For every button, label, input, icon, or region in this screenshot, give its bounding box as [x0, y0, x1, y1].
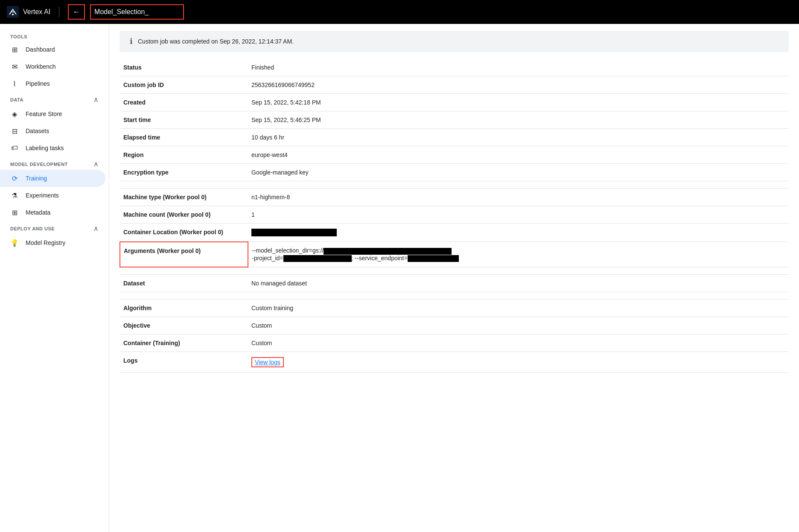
deploy-section-header: DEPLOY AND USE ∧ [0, 221, 109, 234]
sidebar: TOOLS ⊞ Dashboard ✉ Workbench ⌇ Pipeline… [0, 24, 109, 532]
row-value: Custom training [248, 299, 789, 317]
model-dev-section-label: MODEL DEVELOPMENT [10, 162, 68, 167]
model-dev-chevron[interactable]: ∧ [93, 160, 99, 168]
sidebar-item-model-registry[interactable]: 💡 Model Registry [0, 234, 105, 251]
info-banner: ℹ Custom job was completed on Sep 26, 20… [120, 31, 789, 52]
spacer-row [120, 181, 789, 189]
sidebar-item-training[interactable]: ⟳ Training [0, 170, 105, 187]
spacer-row [120, 292, 789, 299]
data-section-header: DATA ∧ [0, 92, 109, 105]
row-label: Logs [120, 352, 248, 373]
model-dev-section-header: MODEL DEVELOPMENT ∧ [0, 157, 109, 170]
labeling-tasks-icon: 🏷 [10, 144, 19, 152]
sidebar-item-label: Labeling tasks [26, 145, 64, 151]
row-label: Container (Training) [120, 334, 248, 352]
args-prefix: --model_selection_dir [252, 247, 309, 254]
args-line-2: -project_id= ; --service_endpoint= [252, 255, 785, 262]
table-row: Status Finished [120, 59, 789, 76]
deploy-chevron[interactable]: ∧ [93, 224, 99, 233]
row-label: Algorithm [120, 299, 248, 317]
row-label: Elapsed time [120, 129, 248, 146]
table-row: Region europe-west4 [120, 146, 789, 164]
row-value: No managed dataset [248, 275, 789, 292]
model-registry-icon: 💡 [10, 238, 19, 247]
content-area: ℹ Custom job was completed on Sep 26, 20… [109, 24, 799, 532]
arguments-row: Arguments (Worker pool 0) --model_select… [120, 242, 789, 267]
table-row: Objective Custom [120, 317, 789, 334]
row-label: Machine type (Worker pool 0) [120, 189, 248, 206]
row-label: Encryption type [120, 164, 248, 181]
experiments-icon: ⚗ [10, 191, 19, 200]
app-title: Vertex AI [23, 8, 50, 16]
row-value: Finished [248, 59, 789, 76]
table-row: Dataset No managed dataset [120, 275, 789, 292]
view-logs-link[interactable]: View logs [251, 357, 284, 367]
sidebar-item-label: Pipelines [26, 80, 50, 87]
row-value-logs: View logs [248, 352, 789, 373]
top-bar-divider [59, 7, 59, 17]
details-table: Status Finished Custom job ID 2563266169… [120, 59, 789, 373]
sidebar-item-dashboard[interactable]: ⊞ Dashboard [0, 41, 105, 58]
sidebar-item-workbench[interactable]: ✉ Workbench [0, 58, 105, 75]
row-value: 1 [248, 206, 789, 224]
metadata-icon: ⊞ [10, 208, 19, 217]
row-label: Start time [120, 111, 248, 129]
sidebar-item-label: Metadata [26, 209, 50, 216]
row-label: Dataset [120, 275, 248, 292]
redacted-gs-path [324, 248, 452, 255]
data-section-label: DATA [10, 97, 23, 102]
training-icon: ⟳ [10, 174, 19, 183]
data-section-chevron[interactable]: ∧ [93, 96, 99, 104]
redacted-project-id [283, 255, 352, 262]
row-value: Google-managed key [248, 164, 789, 181]
workbench-icon: ✉ [10, 62, 19, 71]
args-line-1: --model_selection_dir=gs:// [252, 247, 785, 254]
sidebar-item-experiments[interactable]: ⚗ Experiments [0, 187, 105, 204]
top-bar: Vertex AI ← [0, 0, 799, 24]
page-title-input[interactable] [90, 4, 184, 20]
info-icon: ℹ [130, 37, 133, 46]
table-row: Container (Training) Custom [120, 334, 789, 352]
feature-store-icon: ◈ [10, 110, 19, 118]
table-row: Machine type (Worker pool 0) n1-highmem-… [120, 189, 789, 206]
sidebar-item-label: Feature Store [26, 110, 62, 117]
sidebar-item-labeling-tasks[interactable]: 🏷 Labeling tasks [0, 140, 105, 157]
sidebar-item-label: Model Registry [26, 239, 65, 246]
info-banner-text: Custom job was completed on Sep 26, 2022… [138, 38, 294, 45]
vertex-ai-logo-icon [7, 6, 19, 18]
row-label: Region [120, 146, 248, 164]
deploy-section-label: DEPLOY AND USE [10, 226, 55, 231]
row-label: Status [120, 59, 248, 76]
row-value: 2563266169066749952 [248, 76, 789, 94]
pipelines-icon: ⌇ [10, 79, 19, 88]
sidebar-item-feature-store[interactable]: ◈ Feature Store [0, 105, 105, 122]
sidebar-item-label: Training [26, 175, 47, 182]
table-row: Logs View logs [120, 352, 789, 373]
sidebar-item-datasets[interactable]: ⊟ Datasets [0, 122, 105, 140]
arguments-label: Arguments (Worker pool 0) [120, 242, 248, 267]
row-value: Custom [248, 317, 789, 334]
arguments-value-cell: --model_selection_dir=gs:// -project_id=… [248, 242, 789, 267]
row-value: Custom [248, 334, 789, 352]
table-row: Machine count (Worker pool 0) 1 [120, 206, 789, 224]
redacted-endpoint [408, 255, 459, 262]
row-label: Created [120, 94, 248, 111]
args-project: -project_id= [252, 255, 283, 262]
table-row: Created Sep 15, 2022, 5:42:18 PM [120, 94, 789, 111]
sidebar-item-label: Experiments [26, 192, 59, 199]
row-label: Objective [120, 317, 248, 334]
sidebar-item-metadata[interactable]: ⊞ Metadata [0, 204, 105, 221]
args-equals: =gs:// [309, 247, 324, 254]
row-value: europe-west4 [248, 146, 789, 164]
datasets-icon: ⊟ [10, 127, 19, 135]
row-label: Custom job ID [120, 76, 248, 94]
row-value: n1-highmem-8 [248, 189, 789, 206]
row-label: Container Location (Worker pool 0) [120, 224, 248, 242]
row-label: Machine count (Worker pool 0) [120, 206, 248, 224]
row-value: Sep 15, 2022, 5:46:25 PM [248, 111, 789, 129]
row-value: 10 days 6 hr [248, 129, 789, 146]
sidebar-item-pipelines[interactable]: ⌇ Pipelines [0, 75, 105, 92]
args-service: ; --service_endpoint= [352, 255, 408, 262]
svg-point-1 [12, 14, 14, 15]
back-button[interactable]: ← [68, 4, 85, 20]
